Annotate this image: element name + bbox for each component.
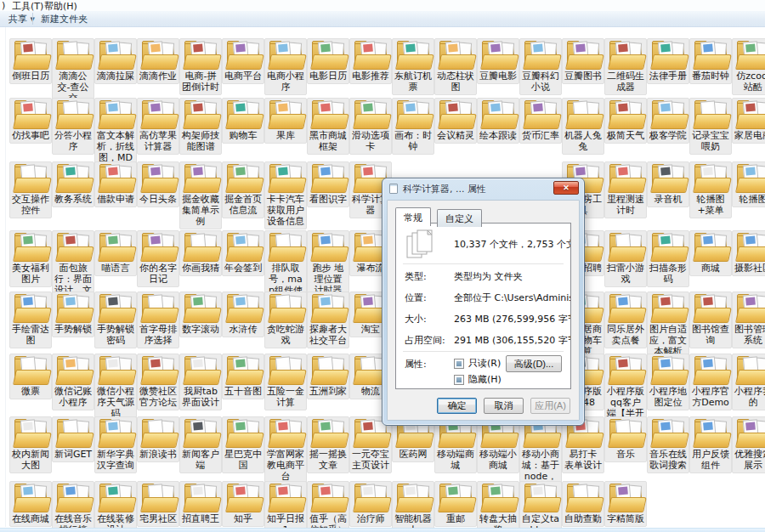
- folder-item[interactable]: 豆瓣科幻小说: [519, 38, 562, 95]
- folder-item[interactable]: 水浒传: [222, 291, 264, 337]
- folder-item[interactable]: 你的名字日记: [137, 230, 179, 287]
- folder-item[interactable]: 东航订机票: [392, 38, 434, 95]
- folder-item[interactable]: 购物车: [222, 98, 264, 144]
- folder-item[interactable]: 音乐: [604, 416, 647, 462]
- new-folder-button[interactable]: 新建文件夹: [37, 13, 91, 25]
- folder-item[interactable]: 滴滴作业: [137, 38, 179, 84]
- folder-item[interactable]: 你画我猜: [179, 230, 222, 276]
- folder-item[interactable]: 教务系统: [52, 161, 94, 207]
- folder-item[interactable]: 贪吃蛇游戏: [264, 291, 307, 348]
- folder-item[interactable]: 美女福利图片: [9, 230, 52, 287]
- folder-item[interactable]: 今日头条: [137, 161, 179, 207]
- folder-item[interactable]: 用户反馈组件: [689, 416, 732, 473]
- readonly-checkbox[interactable]: 只读(R): [454, 357, 501, 370]
- folder-item[interactable]: 年会签到: [222, 230, 264, 276]
- folder-item[interactable]: 摇一摇换文章: [307, 416, 349, 473]
- folder-item[interactable]: 录音机: [647, 161, 689, 207]
- folder-item[interactable]: 交互操作控件: [9, 161, 52, 218]
- folder-item[interactable]: 首字母排序选择: [137, 291, 179, 348]
- folder-item[interactable]: 电影日历: [307, 38, 349, 84]
- folder-item[interactable]: 自定义tabbar: [519, 481, 562, 532]
- folder-item[interactable]: 小程序我的: [732, 354, 765, 410]
- folder-item[interactable]: 值乎（高仿知乎）: [307, 481, 349, 532]
- folder-item[interactable]: 宅男社区: [137, 481, 179, 527]
- folder-item[interactable]: 看图识字: [307, 161, 349, 207]
- hidden-checkbox[interactable]: 隐藏(H): [454, 373, 502, 386]
- folder-item[interactable]: 豆瓣电影: [477, 38, 519, 84]
- folder-item[interactable]: 高仿苹果计算器: [137, 98, 179, 155]
- folder-item[interactable]: 音乐在线歌词搜索: [647, 416, 689, 473]
- folder-item[interactable]: 手绘雷达图: [9, 291, 52, 348]
- folder-item[interactable]: 优雅搜索展示: [732, 416, 765, 473]
- advanced-button[interactable]: 高级(D)...: [506, 355, 562, 372]
- folder-item[interactable]: 治疗师: [349, 481, 392, 527]
- folder-item[interactable]: 知乎: [222, 481, 264, 527]
- cancel-button[interactable]: 取消: [484, 398, 524, 414]
- folder-item[interactable]: 轮播图+菜单: [689, 161, 732, 218]
- folder-item[interactable]: 微信小程序天气源码: [94, 354, 137, 422]
- folder-item[interactable]: 扫雷小游戏: [604, 230, 647, 287]
- folder-item[interactable]: 探趣者大社交平台: [307, 291, 349, 348]
- folder-item[interactable]: 跑步 地理位置 计时器: [307, 230, 349, 298]
- folder-item[interactable]: 轮播图: [732, 161, 765, 207]
- apply-button[interactable]: 应用(A): [530, 398, 570, 414]
- dialog-titlebar[interactable]: 科学计算器, ... 属性 ✕: [382, 178, 584, 199]
- folder-item[interactable]: 手势解锁密码: [94, 291, 137, 348]
- folder-item[interactable]: 同乐居外卖点餐: [604, 291, 647, 348]
- folder-item[interactable]: 法律手册: [647, 38, 689, 84]
- folder-item[interactable]: 五洲到家: [307, 354, 349, 399]
- folder-item[interactable]: 新浪读书: [137, 416, 179, 462]
- folder-item[interactable]: 掘金收藏集简单示例: [179, 161, 222, 229]
- folder-item[interactable]: 滑动选项卡: [349, 98, 392, 155]
- folder-item[interactable]: 分答小程序: [52, 98, 94, 155]
- tab-general[interactable]: 常规: [395, 207, 431, 226]
- folder-item[interactable]: 滴滴公交-查公交: [52, 38, 94, 106]
- folder-item[interactable]: 星巴克中国: [222, 416, 264, 473]
- folder-item[interactable]: 重邮: [434, 481, 477, 527]
- folder-item[interactable]: 在线装修设计: [94, 481, 137, 532]
- folder-item[interactable]: 摄影社区: [732, 230, 765, 276]
- folder-item[interactable]: 手势解锁: [52, 291, 94, 337]
- folder-item[interactable]: 里程测速计时: [604, 161, 647, 218]
- folder-item[interactable]: 图书管理系统: [732, 291, 765, 348]
- folder-item[interactable]: 五险一金计算: [264, 354, 307, 410]
- tab-customize[interactable]: 自定义: [437, 209, 482, 227]
- folder-item[interactable]: 极客学院: [647, 98, 689, 144]
- folder-item[interactable]: 在线音乐排行榜: [52, 481, 94, 532]
- folder-item[interactable]: 动态柱状图: [434, 38, 477, 95]
- folder-item[interactable]: 滴滴拉屎: [94, 38, 137, 84]
- folder-item[interactable]: 家居电商: [732, 98, 765, 144]
- folder-item[interactable]: 倒班日历: [9, 38, 52, 84]
- folder-item[interactable]: 数字滚动: [179, 291, 222, 337]
- folder-item[interactable]: 小程序官方Demo: [689, 354, 732, 410]
- folder-item[interactable]: 极简天气: [604, 98, 647, 144]
- folder-item[interactable]: 自助查勤: [562, 481, 604, 527]
- folder-item[interactable]: 我厨tab界面设计: [179, 354, 222, 410]
- folder-item[interactable]: 新华字典汉字查询: [94, 416, 137, 473]
- folder-item[interactable]: 卡卡汽车获取用户设备信息: [264, 161, 307, 229]
- folder-item[interactable]: 画布：时钟: [392, 98, 434, 155]
- folder-item[interactable]: 豆瓣图书: [562, 38, 604, 84]
- folder-item[interactable]: 二维码生成器: [604, 38, 647, 95]
- folder-item[interactable]: 绘本跟读: [477, 98, 519, 144]
- folder-item[interactable]: 会议精灵: [434, 98, 477, 144]
- folder-item[interactable]: 商城: [689, 230, 732, 276]
- folder-item[interactable]: 知乎日报1: [264, 481, 307, 532]
- folder-item[interactable]: 新词GET: [52, 416, 94, 462]
- folder-item[interactable]: 仿zcool站酷: [732, 38, 765, 95]
- folder-item[interactable]: 番茄时钟: [689, 38, 732, 84]
- folder-item[interactable]: 借款申请: [94, 161, 137, 207]
- share-button[interactable]: 共享 ▼: [5, 13, 38, 25]
- folder-item[interactable]: 掘金首页信息流: [222, 161, 264, 218]
- folder-item[interactable]: 电商小程序: [264, 38, 307, 95]
- folder-item[interactable]: 喵语言: [94, 230, 137, 276]
- folder-item[interactable]: 电商-拼团倒计时: [179, 38, 222, 95]
- close-icon[interactable]: ✕: [553, 181, 579, 195]
- folder-item[interactable]: 在线商城: [9, 481, 52, 527]
- folder-item[interactable]: 记录宝宝喂奶: [689, 98, 732, 155]
- folder-item[interactable]: 微信记账小程序: [52, 354, 94, 410]
- folder-item[interactable]: 校内新闻大图: [9, 416, 52, 473]
- folder-item[interactable]: 学富网家教电商平台: [264, 416, 307, 484]
- ok-button[interactable]: 确定: [437, 398, 477, 414]
- folder-item[interactable]: 黑市商城框架: [307, 98, 349, 155]
